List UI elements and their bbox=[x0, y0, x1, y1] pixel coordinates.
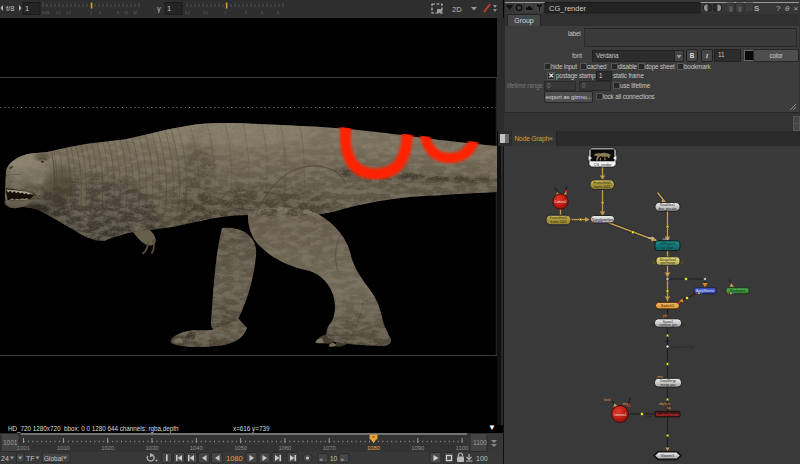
svg-text:1010: 1010 bbox=[57, 445, 70, 451]
svg-text:img: img bbox=[648, 236, 654, 240]
svg-text:0.2: 0.2 bbox=[66, 11, 71, 15]
svg-text:Wireframe1: Wireframe1 bbox=[730, 289, 746, 293]
svg-text:2: 2 bbox=[99, 11, 101, 15]
svg-text:1060: 1060 bbox=[278, 445, 291, 451]
svg-text:100: 100 bbox=[476, 455, 488, 462]
svg-text:3: 3 bbox=[261, 11, 263, 15]
svg-text:θ: θ bbox=[785, 4, 790, 13]
svg-text:TF: TF bbox=[26, 455, 35, 462]
svg-text:1: 1 bbox=[90, 11, 92, 15]
svg-text:8: 8 bbox=[117, 11, 119, 15]
svg-text:Global: Global bbox=[44, 455, 63, 462]
svg-text:frame 1001: frame 1001 bbox=[594, 185, 610, 189]
svg-text:1001: 1001 bbox=[17, 445, 30, 451]
svg-text:▮: ▮ bbox=[729, 5, 733, 12]
svg-text:0.5: 0.5 bbox=[203, 11, 208, 15]
svg-text:1020: 1020 bbox=[101, 445, 114, 451]
svg-text:uv_map: uv_map bbox=[662, 246, 673, 250]
svg-text:γ: γ bbox=[157, 4, 161, 13]
svg-text:bg: bg bbox=[667, 406, 671, 410]
svg-text:img: img bbox=[623, 402, 629, 406]
svg-text:1070: 1070 bbox=[323, 445, 336, 451]
svg-text:0.2: 0.2 bbox=[185, 11, 190, 15]
svg-text:1: 1 bbox=[25, 4, 29, 13]
svg-text:frame 1001: frame 1001 bbox=[550, 220, 566, 224]
svg-text:0.03: 0.03 bbox=[42, 11, 49, 15]
svg-text:1: 1 bbox=[224, 11, 226, 15]
svg-text:2D: 2D bbox=[452, 5, 462, 14]
svg-text:Forward to Geo: Forward to Geo bbox=[671, 345, 695, 349]
svg-text:1040: 1040 bbox=[190, 445, 203, 451]
svg-text:1: 1 bbox=[167, 4, 171, 13]
svg-text:?: ? bbox=[776, 4, 781, 13]
svg-text:10: 10 bbox=[330, 455, 338, 462]
svg-text:Camera1: Camera1 bbox=[614, 413, 627, 417]
svg-text:Switch1: Switch1 bbox=[661, 304, 674, 308]
svg-text:Viewer1: Viewer1 bbox=[661, 454, 675, 458]
svg-text:TransformGeo: TransformGeo bbox=[592, 218, 614, 222]
svg-text:ScanlineRender: ScanlineRender bbox=[656, 413, 680, 417]
svg-text:2: 2 bbox=[245, 11, 247, 15]
svg-text:look: look bbox=[604, 398, 611, 402]
svg-text:Camera2: Camera2 bbox=[555, 200, 567, 204]
svg-text:1100: 1100 bbox=[473, 439, 487, 446]
svg-text:cam: cam bbox=[646, 415, 653, 419]
svg-text:S: S bbox=[754, 4, 760, 13]
svg-text:CG_render: CG_render bbox=[594, 163, 613, 167]
svg-text:1030: 1030 bbox=[146, 445, 159, 451]
svg-text:f/8: f/8 bbox=[6, 4, 14, 13]
svg-text:1080: 1080 bbox=[367, 445, 380, 451]
svg-text:24: 24 bbox=[1, 455, 9, 462]
svg-text:1001: 1001 bbox=[3, 439, 18, 446]
svg-text:geo merge: geo merge bbox=[661, 261, 676, 265]
svg-text:combine geo: combine geo bbox=[659, 323, 677, 327]
svg-text:1080: 1080 bbox=[226, 454, 243, 463]
svg-text:▮: ▮ bbox=[738, 5, 742, 12]
svg-text:4: 4 bbox=[277, 11, 279, 15]
svg-text:0.1: 0.1 bbox=[56, 11, 61, 15]
svg-text:×: × bbox=[794, 4, 799, 13]
svg-text:1100: 1100 bbox=[456, 445, 468, 451]
svg-text:pfx: pfx bbox=[663, 314, 668, 318]
svg-text:merge geo: merge geo bbox=[661, 383, 676, 387]
svg-text:1050: 1050 bbox=[234, 445, 247, 451]
svg-text:1090: 1090 bbox=[411, 445, 424, 451]
svg-text:dino_geo.abc: dino_geo.abc bbox=[658, 207, 677, 211]
svg-text:32: 32 bbox=[133, 11, 137, 15]
svg-text:cam: cam bbox=[663, 237, 670, 241]
svg-text:16: 16 bbox=[124, 11, 128, 15]
svg-text:CG_render: CG_render bbox=[549, 4, 587, 13]
